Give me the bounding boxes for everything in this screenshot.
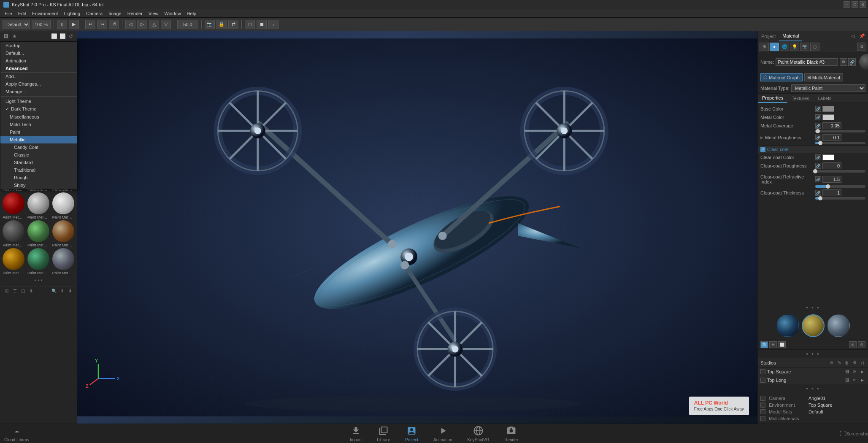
project-tab[interactable]: Project <box>402 424 422 443</box>
preview-ball-scene[interactable] <box>827 314 850 337</box>
star-icon[interactable]: ★ <box>11 33 18 40</box>
studio-edit-icon[interactable]: ✎ <box>836 359 843 366</box>
menu-dark-theme[interactable]: ✓Dark Theme <box>0 105 77 113</box>
toolbar-btn-6[interactable]: △ <box>149 20 159 29</box>
pause-btn[interactable]: ⏸ <box>57 20 67 29</box>
menu-startup[interactable]: Startup <box>0 42 77 49</box>
menu-animation[interactable]: Animation <box>0 57 77 65</box>
menu-traditional[interactable]: Traditional <box>0 166 77 174</box>
cc-ior-link[interactable]: 🔗 <box>815 176 821 182</box>
lock-btn[interactable]: 🔒 <box>216 20 227 29</box>
menu-advanced[interactable]: Advanced <box>0 65 77 72</box>
swatch-item[interactable]: Paint Metal... <box>51 220 75 247</box>
clearcoat-section-header[interactable]: ✓ Clear-coat <box>758 145 868 153</box>
menu-file[interactable]: File <box>2 11 15 16</box>
mat-grid-icon[interactable]: ⊞ <box>760 43 769 51</box>
toolbar-btn-5[interactable]: ▷ <box>137 20 147 29</box>
studio-top-square[interactable]: Top Square 🖼 ⟳ ▶ <box>758 367 868 376</box>
type-select[interactable]: Metallic Paint <box>791 84 865 92</box>
view-list-btn[interactable]: ☰ <box>769 341 777 348</box>
sync-btn[interactable]: ⇄ <box>228 20 238 29</box>
cc-rough-link[interactable]: 🔗 <box>815 163 821 169</box>
screenshot-btn[interactable]: Screenshot <box>852 428 864 440</box>
cc-rough-input[interactable] <box>822 162 841 169</box>
studio-row-icon-2b[interactable]: ⟳ <box>851 377 858 384</box>
menu-camera[interactable]: Camera <box>83 11 105 16</box>
cc-thick-slider[interactable] <box>815 197 865 200</box>
toolbar-btn-4[interactable]: ◁ <box>125 20 135 29</box>
metal-cov-slider[interactable] <box>815 130 865 132</box>
menu-paint[interactable]: Paint <box>0 128 77 136</box>
cc-color-swatch[interactable] <box>822 154 834 160</box>
mat-settings-icon[interactable]: ⚙ <box>857 43 866 51</box>
studio-row-icon-1b[interactable]: ⟳ <box>851 368 858 375</box>
viewport[interactable]: X Y Z ALL PC World Free Apps One Click A… <box>77 31 757 424</box>
grid-view-icon[interactable]: ⊞ <box>3 287 10 294</box>
material-graph-btn[interactable]: ⬡ Material Graph <box>760 73 803 81</box>
menu-window[interactable]: Window <box>161 11 184 16</box>
image-icon[interactable]: 🖼 <box>3 33 9 40</box>
rp-collapse-icon[interactable]: ◁ <box>849 32 857 41</box>
tb-extra-1[interactable]: ◻ <box>245 20 255 29</box>
import-tab[interactable]: Import <box>346 424 365 443</box>
menu-candy-coat[interactable]: Candy Coat <box>0 143 77 151</box>
toolbar-btn-1[interactable]: ↩ <box>85 20 95 29</box>
render-checkbox-multi[interactable] <box>760 416 765 421</box>
toolbar-btn-3[interactable]: ↺ <box>109 20 119 29</box>
swatch-item[interactable]: Paint Metal... <box>27 248 51 275</box>
menu-add[interactable]: Add... <box>0 72 77 80</box>
cc-ior-slider[interactable] <box>815 185 865 188</box>
sort-icon[interactable]: ⇅ <box>27 287 34 294</box>
mat-camera-icon[interactable]: 📷 <box>800 43 809 51</box>
swatch-item[interactable]: Paint Metal... <box>51 192 75 219</box>
swatch-item[interactable]: Paint Metal... <box>51 248 75 275</box>
rp-pin-icon[interactable]: 📌 <box>858 32 866 41</box>
menu-miscellaneous[interactable]: Miscellaneous <box>0 113 77 121</box>
maximize-btn[interactable]: □ <box>852 1 858 8</box>
metal-cov-link[interactable]: 🔗 <box>815 123 821 129</box>
menu-shiny[interactable]: Shiny <box>0 181 77 189</box>
animation-tab[interactable]: Animation <box>430 424 455 443</box>
refresh-icon[interactable]: ↺ <box>68 33 74 40</box>
list-view-icon[interactable]: ☰ <box>11 287 18 294</box>
metal-color-swatch[interactable] <box>822 114 834 120</box>
base-color-swatch[interactable] <box>822 106 834 112</box>
preview-ball-hex[interactable] <box>802 314 825 337</box>
keyshotvr-tab[interactable]: KeyShotVR <box>464 424 493 443</box>
play-btn[interactable]: ▶ <box>69 20 79 29</box>
render-tab[interactable]: Render <box>501 424 522 443</box>
view-large-btn[interactable]: ⬜ <box>778 341 786 348</box>
zoom-preview-btn[interactable]: ⊕ <box>849 341 857 348</box>
tab-properties[interactable]: Properties <box>758 94 787 103</box>
clearcoat-checkbox[interactable]: ✓ <box>760 147 765 152</box>
menu-mold-tech[interactable]: Mold-Tech <box>0 121 77 128</box>
cc-ior-input[interactable] <box>822 176 841 183</box>
metal-color-link[interactable]: 🔗 <box>815 114 821 120</box>
swatch-item[interactable]: Paint Metal... <box>2 192 26 219</box>
studio-row-icon-2a[interactable]: 🖼 <box>844 377 850 384</box>
swatch-item[interactable]: Paint Metal... <box>2 248 26 275</box>
menu-edit[interactable]: Edit <box>15 11 29 16</box>
menu-render[interactable]: Render <box>124 11 146 16</box>
camera-btn[interactable]: 📷 <box>205 20 215 29</box>
menu-help[interactable]: Help <box>184 11 200 16</box>
menu-light-theme[interactable]: Light Theme <box>0 97 77 105</box>
copy-icon[interactable]: ⧉ <box>840 58 847 66</box>
render-checkbox-env[interactable] <box>760 402 765 408</box>
menu-environment[interactable]: Environment <box>29 11 61 16</box>
cc-rough-slider[interactable] <box>815 170 865 173</box>
download-icon[interactable]: ⬇ <box>67 287 73 294</box>
metal-rough-input[interactable] <box>822 134 841 141</box>
link-icon[interactable]: 🔗 <box>848 58 856 66</box>
upload-icon[interactable]: ⬆ <box>59 287 65 294</box>
detail-view-icon[interactable]: ◫ <box>19 287 26 294</box>
preview-ball-env[interactable] <box>776 314 799 337</box>
menu-apply-changes[interactable]: Apply Changes... <box>0 80 77 88</box>
view-grid-btn[interactable]: ⊞ <box>760 341 768 348</box>
settings-preview-btn[interactable]: ⚙ <box>858 341 865 348</box>
menu-manage[interactable]: Manage... <box>0 88 77 95</box>
menu-classic[interactable]: Classic <box>0 151 77 159</box>
metal-rough-slider[interactable] <box>815 142 865 144</box>
studio-top-long[interactable]: Top Long 🖼 ⟳ ▶ <box>758 376 868 384</box>
search-panel-icon[interactable]: 🔍 <box>51 287 57 294</box>
